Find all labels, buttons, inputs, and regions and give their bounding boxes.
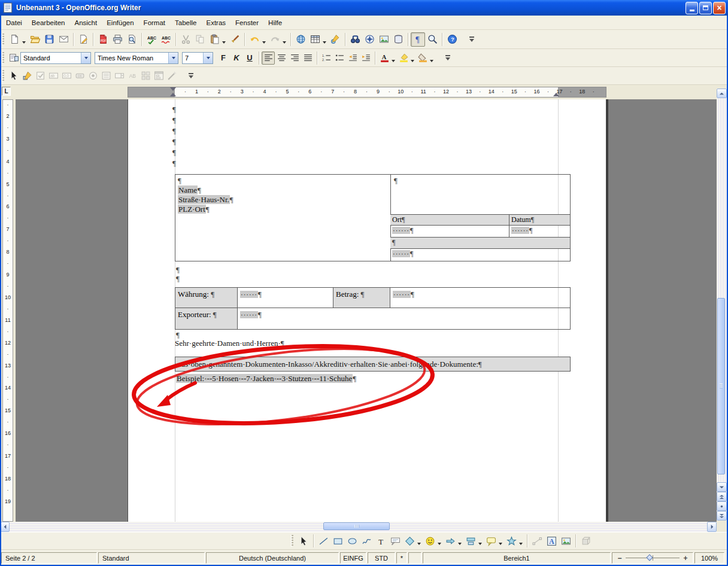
numbered-list-icon[interactable]: 1.2. xyxy=(320,51,333,65)
toolbar-options-button[interactable] xyxy=(468,33,476,46)
empty-paragraphs[interactable]: ¶ ¶ xyxy=(176,265,180,283)
basic-shapes-dropdown-caret[interactable] xyxy=(417,543,421,545)
extrusion-icon[interactable] xyxy=(578,534,593,548)
next-page-button[interactable] xyxy=(717,511,727,521)
scroll-right-button[interactable] xyxy=(707,522,717,532)
betrag-field-cell[interactable]: ······¶ xyxy=(390,288,570,308)
background-color-dropdown-caret[interactable] xyxy=(430,60,433,62)
rectangle-icon[interactable] xyxy=(330,534,345,548)
currency-table[interactable]: Währung: ¶ ······¶ Betrag: ¶ ······¶ Exp… xyxy=(175,287,571,330)
redo-icon[interactable] xyxy=(268,32,282,47)
new-dropdown-caret[interactable] xyxy=(22,41,26,44)
font-color-icon[interactable]: A xyxy=(378,51,391,65)
menu-item-1[interactable]: Bearbeiten xyxy=(27,17,70,29)
toolbar-options-button[interactable] xyxy=(444,51,452,65)
align-center-icon[interactable] xyxy=(275,51,288,65)
email-icon[interactable] xyxy=(56,32,71,47)
salutation-paragraph[interactable]: Sehr·geehrte·Damen·und·Herren·¶ xyxy=(175,339,284,348)
zoom-out-button[interactable]: − xyxy=(616,554,623,562)
align-justify-icon[interactable] xyxy=(301,51,314,65)
menu-item-0[interactable]: Datei xyxy=(1,17,27,29)
status-page-style[interactable]: Standard xyxy=(98,552,205,564)
minimize-button[interactable] xyxy=(685,2,698,14)
exporteur-field-cell[interactable]: ······¶ xyxy=(238,308,570,329)
toolbar-grip[interactable] xyxy=(2,70,4,82)
push-button-icon[interactable]: OK xyxy=(73,69,86,83)
help-icon[interactable]: ? xyxy=(445,32,459,47)
points-icon[interactable] xyxy=(530,534,544,548)
fontwork-gallery-icon[interactable]: A xyxy=(544,534,559,548)
exporteur-label-cell[interactable]: Exporteur: ¶ xyxy=(175,308,238,329)
horizontal-scroll-track[interactable] xyxy=(10,522,707,532)
background-color-icon[interactable] xyxy=(416,51,429,65)
empty-paragraph-marks[interactable]: ¶¶¶¶¶¶ xyxy=(172,104,176,169)
field-name[interactable]: Name xyxy=(178,185,198,194)
beispiel-paragraph[interactable]: Beispiel:·--5·Hosen·--7·Jacken·--3·Stutz… xyxy=(175,374,356,384)
undo-icon[interactable] xyxy=(247,32,262,47)
toolbar-grip[interactable] xyxy=(2,34,4,45)
spellcheck-icon[interactable]: ABC xyxy=(144,32,159,47)
scroll-down-button[interactable] xyxy=(717,482,727,492)
align-left-icon[interactable] xyxy=(262,51,275,65)
block-arrows-dropdown-caret[interactable] xyxy=(458,543,462,545)
label-field-icon[interactable]: AB xyxy=(126,69,139,83)
horizontal-scroll-thumb[interactable] xyxy=(323,522,390,530)
documents-info-row[interactable]: aus·oben·genanntem·Dokumenten-Inkasso/Ak… xyxy=(175,357,571,372)
font-name-combo[interactable]: Times New Roman xyxy=(95,52,178,64)
italic-button[interactable]: K xyxy=(230,51,243,65)
stars-icon[interactable] xyxy=(504,534,518,548)
from-file-icon[interactable] xyxy=(559,534,573,548)
font-size-combo[interactable]: 7 xyxy=(182,52,213,64)
menu-item-3[interactable]: Einfügen xyxy=(102,17,138,29)
status-zoom-value[interactable]: 100% xyxy=(694,552,724,564)
ellipse-icon[interactable] xyxy=(345,534,359,548)
list-box-icon[interactable] xyxy=(99,69,113,83)
ort-field-cell[interactable]: ······¶ xyxy=(390,226,509,238)
menu-item-7[interactable]: Fenster xyxy=(230,17,263,29)
form-design-icon[interactable] xyxy=(152,69,165,83)
select-icon[interactable] xyxy=(7,69,20,83)
style-combo-dropdown[interactable] xyxy=(81,53,90,63)
vertical-scrollbar[interactable] xyxy=(717,89,727,521)
scroll-left-button[interactable] xyxy=(0,522,10,532)
paste-dropdown-caret[interactable] xyxy=(222,41,226,44)
option-button-icon[interactable] xyxy=(86,69,99,83)
address-table[interactable]: ¶ Name¶ Straße·Haus-Nr.¶ PLZ·Ort¶ ¶ Ort¶… xyxy=(175,174,571,261)
decrease-indent-icon[interactable] xyxy=(346,51,359,65)
maximize-button[interactable] xyxy=(699,2,712,14)
previous-page-button[interactable] xyxy=(717,492,727,501)
zoom-in-button[interactable]: + xyxy=(682,554,689,562)
callouts-icon[interactable] xyxy=(484,534,498,548)
hyperlink-icon[interactable] xyxy=(293,32,308,47)
navigator-icon[interactable] xyxy=(362,32,377,47)
design-mode-icon[interactable] xyxy=(20,69,34,83)
paste-icon[interactable] xyxy=(207,32,222,47)
redo-dropdown-caret[interactable] xyxy=(283,41,286,44)
callouts-dropdown-caret[interactable] xyxy=(499,543,502,545)
scroll-up-button[interactable] xyxy=(717,89,727,98)
bullet-list-icon[interactable] xyxy=(333,51,346,65)
text-icon[interactable]: T xyxy=(374,534,388,548)
underline-button[interactable]: U xyxy=(243,51,256,65)
bold-button[interactable]: F xyxy=(217,51,230,65)
status-insert-mode[interactable]: EINFG xyxy=(340,552,366,564)
freeform-line-icon[interactable] xyxy=(359,534,374,548)
select-icon[interactable] xyxy=(296,534,311,548)
toolbar-grip[interactable] xyxy=(291,535,293,547)
datum-header-cell[interactable]: Datum¶ xyxy=(509,215,570,226)
waehrung-label-cell[interactable]: Währung: ¶ xyxy=(175,288,238,308)
tab-type-selector[interactable]: L xyxy=(2,87,11,96)
size-combo-dropdown[interactable] xyxy=(203,53,213,63)
styles-window-icon[interactable] xyxy=(7,51,20,65)
status-selection-mode[interactable]: STD xyxy=(368,552,395,564)
highlighting-dropdown-caret[interactable] xyxy=(411,60,414,62)
combo-box-icon[interactable] xyxy=(113,69,126,83)
zoom-slider-thumb[interactable] xyxy=(646,554,653,561)
navigation-button[interactable] xyxy=(717,501,727,511)
table-dropdown-caret[interactable] xyxy=(323,41,326,44)
empty-row-cell[interactable]: ¶ xyxy=(390,238,570,249)
flowcharts-dropdown-caret[interactable] xyxy=(478,543,482,545)
status-page[interactable]: Seite 2 / 2 xyxy=(1,552,97,564)
basic-shapes-icon[interactable] xyxy=(402,534,417,548)
field-street[interactable]: Straße·Haus-Nr. xyxy=(178,195,230,204)
